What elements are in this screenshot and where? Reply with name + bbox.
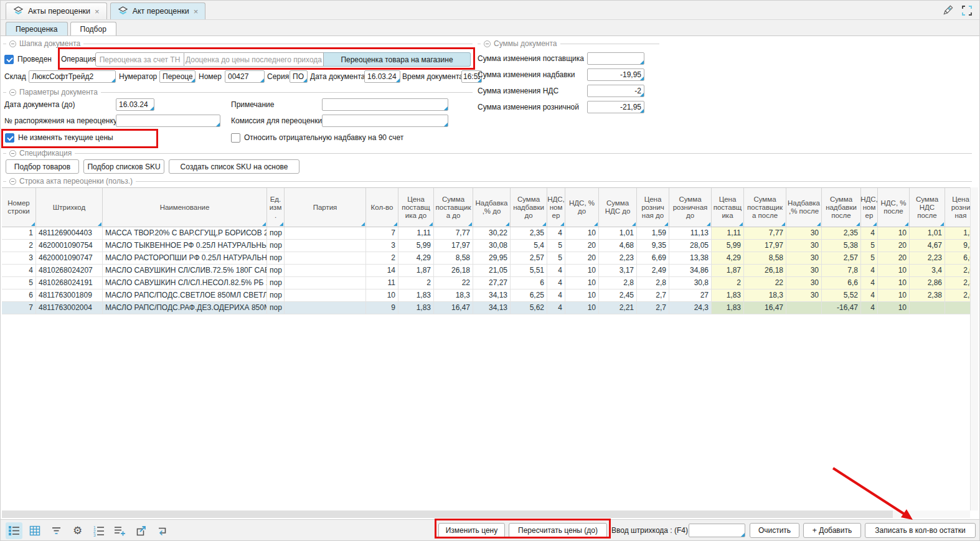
table-cell[interactable]: -16,47 <box>822 302 861 314</box>
table-cell[interactable]: 6,6 <box>945 252 970 264</box>
sum-field[interactable] <box>587 52 644 65</box>
table-cell[interactable]: МАСЛО РАПС/ПОДС.РАФ.ДЕЗ.ОДЕРИХА 850МЛ <box>103 302 267 314</box>
negative-markup-checkbox[interactable] <box>231 133 240 143</box>
table-cell[interactable]: 2,7 <box>637 289 669 301</box>
table-cell[interactable]: 2 <box>2 240 36 252</box>
write-to-stock-button[interactable]: Записать в кол-во остатки <box>865 523 976 538</box>
collapse-icon[interactable] <box>484 40 491 47</box>
table-cell[interactable]: 10 <box>878 302 910 314</box>
table-cell[interactable]: 4 <box>547 277 565 289</box>
doc-tab-acts-list[interactable]: Акты переоценки × <box>6 2 107 19</box>
table-cell[interactable]: 1,83 <box>712 302 744 314</box>
table-cell[interactable]: 9,35 <box>637 240 669 252</box>
table-cell[interactable]: 2,49 <box>637 265 669 276</box>
vertical-scrollbar[interactable] <box>970 187 978 510</box>
table-cell[interactable]: 10 <box>565 265 599 276</box>
table-cell[interactable]: 2,6 <box>945 265 970 276</box>
table-cell[interactable]: 4,67 <box>910 240 945 252</box>
table-cell[interactable]: 22 <box>744 277 786 289</box>
table-cell[interactable]: 4,68 <box>599 240 637 252</box>
table-cell[interactable]: 34,86 <box>669 265 712 276</box>
collapse-icon[interactable] <box>9 178 16 185</box>
edit-pencil-icon[interactable] <box>941 4 954 19</box>
spec-button[interactable]: Подбор списков SKU <box>83 159 164 174</box>
keep-prices-checkbox[interactable] <box>5 133 14 143</box>
table-cell[interactable]: 20 <box>878 252 910 264</box>
table-cell[interactable]: 4620001090754 <box>36 240 103 252</box>
table-cell[interactable]: 1,11 <box>712 227 744 239</box>
table-cell[interactable]: 30 <box>786 265 822 276</box>
table-cell[interactable]: 17,97 <box>434 240 473 252</box>
close-icon[interactable]: × <box>194 7 199 16</box>
table-cell[interactable]: пор <box>267 227 285 239</box>
column-header[interactable]: Цена поставщ ика <box>712 188 744 227</box>
table-cell[interactable]: МАСЛО РАПС/ПОДС.СВЕТЛОЕ 850МЛ СВЕТЛОЕ <box>103 289 267 301</box>
proveden-checkbox[interactable] <box>4 55 14 64</box>
table-cell[interactable]: 2,6 <box>945 289 970 301</box>
table-cell[interactable]: 30 <box>786 277 822 289</box>
table-cell[interactable]: 4 <box>861 277 878 289</box>
table-cell[interactable] <box>285 240 366 252</box>
table-cell[interactable]: 6,69 <box>637 252 669 264</box>
column-header[interactable]: Кол-во <box>366 188 398 227</box>
sum-field[interactable]: -19,95 <box>587 68 644 81</box>
table-cell[interactable]: пор <box>267 265 285 276</box>
column-header[interactable]: Сумма поставщик а после <box>744 188 786 227</box>
table-cell[interactable]: 4 <box>547 265 565 276</box>
table-cell[interactable]: 2 <box>712 277 744 289</box>
table-cell[interactable]: 16,47 <box>434 302 473 314</box>
table-cell[interactable]: 2,35 <box>822 227 861 239</box>
table-cell[interactable]: 2,57 <box>822 252 861 264</box>
table-cell[interactable] <box>786 302 822 314</box>
table-cell[interactable]: 2,38 <box>910 289 945 301</box>
table-cell[interactable]: 6 <box>511 277 547 289</box>
recalc-prices-button[interactable]: Пересчитать цены (до) <box>509 523 607 538</box>
seria-field[interactable]: ПО <box>290 70 308 83</box>
table-cell[interactable]: 28,05 <box>669 240 712 252</box>
tab-podbor[interactable]: Подбор <box>70 22 116 35</box>
table-cell[interactable]: 2,23 <box>910 252 945 264</box>
table-cell[interactable]: 9 <box>366 302 398 314</box>
column-header[interactable]: Сумма розничная до <box>669 188 712 227</box>
table-cell[interactable]: 4 <box>861 265 878 276</box>
table-cell[interactable]: 6 <box>2 289 36 301</box>
table-cell[interactable]: 16,47 <box>744 302 786 314</box>
table-cell[interactable]: МАСЛО САВУШКИН СЛ/СЛ.НЕСОЛ.82.5% РБ 18( <box>103 277 267 289</box>
note-field[interactable] <box>322 98 448 111</box>
column-header[interactable]: Сумма НДС до <box>599 188 637 227</box>
operation-option[interactable]: Дооценка до цены последнего прихода <box>184 52 324 67</box>
column-header[interactable]: Цена рознич ная до <box>637 188 669 227</box>
table-cell[interactable]: 2,35 <box>511 227 547 239</box>
table-cell[interactable]: 1 <box>2 227 36 239</box>
table-cell[interactable]: 1,83 <box>712 289 744 301</box>
table-row[interactable]: 44810268024207МАСЛО САВУШКИН СЛ/СЛИВ.72.… <box>2 265 970 277</box>
table-cell[interactable]: пор <box>267 289 285 301</box>
table-cell[interactable]: 3,17 <box>599 265 637 276</box>
table-cell[interactable]: 4 <box>547 302 565 314</box>
table-cell[interactable]: 30,8 <box>669 277 712 289</box>
negative-markup-checkbox-row[interactable]: Относить отрицательную надбавку на 90 сч… <box>231 132 403 143</box>
column-header[interactable]: НДС, % после <box>878 188 910 227</box>
change-price-button[interactable]: Изменить цену <box>438 523 505 538</box>
order-num-field[interactable] <box>116 115 220 127</box>
table-cell[interactable]: 4811763002004 <box>36 302 103 314</box>
table-cell[interactable]: 2,23 <box>599 252 637 264</box>
table-cell[interactable]: 18,3 <box>434 289 473 301</box>
operation-option[interactable]: Переоценка за счет ТН <box>95 52 184 67</box>
table-cell[interactable]: 4,29 <box>712 252 744 264</box>
grid-view-icon[interactable] <box>27 522 44 539</box>
table-cell[interactable]: пор <box>267 277 285 289</box>
table-cell[interactable]: 11 <box>366 277 398 289</box>
proveden-checkbox-row[interactable]: Проведен <box>4 54 52 65</box>
table-cell[interactable]: 24,3 <box>669 302 712 314</box>
table-cell[interactable]: 2,7 <box>637 302 669 314</box>
table-cell[interactable]: 5,51 <box>511 265 547 276</box>
table-cell[interactable]: 5 <box>547 240 565 252</box>
table-row[interactable]: 14811269004403МАССА ТВОР.20% С ВАР.СГУЩ,… <box>2 227 970 240</box>
sklad-field[interactable]: ЛюксСофтТрейд2 <box>29 70 116 83</box>
nomer-field[interactable]: 00427 <box>225 70 265 83</box>
table-cell[interactable]: 10 <box>565 302 599 314</box>
table-cell[interactable]: 4 <box>861 227 878 239</box>
table-cell[interactable]: 7 <box>366 227 398 239</box>
table-cell[interactable]: 8,58 <box>434 252 473 264</box>
